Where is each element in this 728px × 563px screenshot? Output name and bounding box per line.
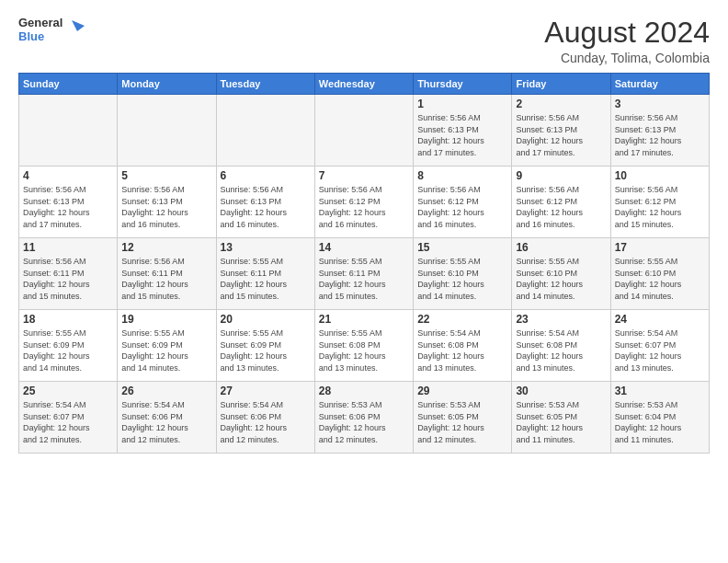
day-number: 8	[417, 169, 507, 182]
calendar-cell-w1-d1	[118, 95, 216, 167]
day-number: 14	[319, 241, 409, 254]
calendar-header-row: Sunday Monday Tuesday Wednesday Thursday…	[19, 74, 710, 95]
day-info: Sunrise: 5:56 AM Sunset: 6:13 PM Dayligh…	[516, 112, 606, 158]
calendar-cell-w1-d6: 3Sunrise: 5:56 AM Sunset: 6:13 PM Daylig…	[610, 95, 709, 167]
day-info: Sunrise: 5:56 AM Sunset: 6:11 PM Dayligh…	[23, 256, 113, 302]
day-number: 22	[417, 313, 507, 326]
calendar-cell-w2-d6: 10Sunrise: 5:56 AM Sunset: 6:12 PM Dayli…	[610, 167, 709, 238]
location-subtitle: Cunday, Tolima, Colombia	[544, 51, 710, 65]
calendar-cell-w5-d3: 28Sunrise: 5:53 AM Sunset: 6:06 PM Dayli…	[314, 382, 413, 454]
col-friday: Friday	[512, 74, 610, 95]
day-info: Sunrise: 5:55 AM Sunset: 6:10 PM Dayligh…	[417, 256, 507, 302]
day-number: 5	[121, 169, 211, 182]
day-number: 20	[221, 313, 311, 326]
calendar-cell-w2-d3: 7Sunrise: 5:56 AM Sunset: 6:12 PM Daylig…	[314, 167, 413, 238]
title-block: August 2024 Cunday, Tolima, Colombia	[544, 17, 710, 65]
day-info: Sunrise: 5:55 AM Sunset: 6:10 PM Dayligh…	[615, 256, 705, 302]
calendar-cell-w3-d0: 11Sunrise: 5:56 AM Sunset: 6:11 PM Dayli…	[19, 238, 118, 310]
day-number: 27	[221, 385, 311, 397]
calendar-cell-w1-d5: 2Sunrise: 5:56 AM Sunset: 6:13 PM Daylig…	[512, 95, 610, 167]
col-sunday: Sunday	[19, 74, 118, 95]
svg-marker-0	[72, 20, 85, 31]
calendar-table: Sunday Monday Tuesday Wednesday Thursday…	[18, 73, 710, 454]
day-number: 23	[516, 313, 606, 326]
col-monday: Monday	[118, 74, 216, 95]
month-year-title: August 2024	[544, 17, 710, 49]
day-number: 16	[516, 241, 606, 254]
calendar-cell-w5-d6: 31Sunrise: 5:53 AM Sunset: 6:04 PM Dayli…	[610, 382, 709, 454]
header: General Blue August 2024 Cunday, Tolima,…	[18, 17, 710, 65]
calendar-cell-w2-d1: 5Sunrise: 5:56 AM Sunset: 6:13 PM Daylig…	[118, 167, 216, 238]
col-saturday: Saturday	[610, 74, 709, 95]
calendar-cell-w4-d3: 21Sunrise: 5:55 AM Sunset: 6:08 PM Dayli…	[314, 310, 413, 382]
day-info: Sunrise: 5:56 AM Sunset: 6:13 PM Dayligh…	[417, 112, 507, 158]
day-number: 6	[221, 169, 311, 182]
day-info: Sunrise: 5:56 AM Sunset: 6:13 PM Dayligh…	[615, 112, 705, 158]
calendar-cell-w4-d2: 20Sunrise: 5:55 AM Sunset: 6:09 PM Dayli…	[216, 310, 314, 382]
day-number: 25	[23, 385, 113, 397]
day-info: Sunrise: 5:53 AM Sunset: 6:04 PM Dayligh…	[615, 399, 705, 445]
day-info: Sunrise: 5:55 AM Sunset: 6:10 PM Dayligh…	[516, 256, 606, 302]
week-row-4: 18Sunrise: 5:55 AM Sunset: 6:09 PM Dayli…	[19, 310, 710, 382]
calendar-cell-w5-d4: 29Sunrise: 5:53 AM Sunset: 6:05 PM Dayli…	[414, 382, 512, 454]
day-number: 29	[417, 385, 507, 397]
day-number: 4	[23, 169, 113, 182]
day-number: 9	[516, 169, 606, 182]
calendar-cell-w4-d0: 18Sunrise: 5:55 AM Sunset: 6:09 PM Dayli…	[19, 310, 118, 382]
day-info: Sunrise: 5:56 AM Sunset: 6:12 PM Dayligh…	[516, 184, 606, 230]
day-number: 18	[23, 313, 113, 326]
day-number: 1	[417, 98, 507, 110]
day-number: 10	[615, 169, 705, 182]
calendar-cell-w1-d3	[314, 95, 413, 167]
calendar-cell-w3-d2: 13Sunrise: 5:55 AM Sunset: 6:11 PM Dayli…	[216, 238, 314, 310]
day-info: Sunrise: 5:56 AM Sunset: 6:12 PM Dayligh…	[319, 184, 409, 230]
day-info: Sunrise: 5:56 AM Sunset: 6:12 PM Dayligh…	[417, 184, 507, 230]
day-number: 2	[516, 98, 606, 110]
calendar-cell-w3-d5: 16Sunrise: 5:55 AM Sunset: 6:10 PM Dayli…	[512, 238, 610, 310]
calendar-cell-w1-d0	[19, 95, 118, 167]
day-number: 13	[221, 241, 311, 254]
day-info: Sunrise: 5:54 AM Sunset: 6:07 PM Dayligh…	[615, 327, 705, 373]
logo-graphic: General Blue	[18, 17, 85, 44]
day-number: 31	[615, 385, 705, 397]
day-info: Sunrise: 5:56 AM Sunset: 6:13 PM Dayligh…	[221, 184, 311, 230]
day-number: 12	[121, 241, 211, 254]
day-number: 11	[23, 241, 113, 254]
calendar-cell-w3-d3: 14Sunrise: 5:55 AM Sunset: 6:11 PM Dayli…	[314, 238, 413, 310]
calendar-page: General Blue August 2024 Cunday, Tolima,…	[0, 0, 728, 563]
day-number: 26	[121, 385, 211, 397]
day-info: Sunrise: 5:55 AM Sunset: 6:09 PM Dayligh…	[121, 327, 211, 373]
calendar-cell-w2-d5: 9Sunrise: 5:56 AM Sunset: 6:12 PM Daylig…	[512, 167, 610, 238]
calendar-cell-w3-d6: 17Sunrise: 5:55 AM Sunset: 6:10 PM Dayli…	[610, 238, 709, 310]
day-info: Sunrise: 5:55 AM Sunset: 6:09 PM Dayligh…	[221, 327, 311, 373]
col-tuesday: Tuesday	[216, 74, 314, 95]
calendar-cell-w4-d1: 19Sunrise: 5:55 AM Sunset: 6:09 PM Dayli…	[118, 310, 216, 382]
day-info: Sunrise: 5:53 AM Sunset: 6:06 PM Dayligh…	[319, 399, 409, 445]
calendar-cell-w4-d5: 23Sunrise: 5:54 AM Sunset: 6:08 PM Dayli…	[512, 310, 610, 382]
day-info: Sunrise: 5:54 AM Sunset: 6:08 PM Dayligh…	[417, 327, 507, 373]
week-row-5: 25Sunrise: 5:54 AM Sunset: 6:07 PM Dayli…	[19, 382, 710, 454]
day-number: 17	[615, 241, 705, 254]
calendar-cell-w3-d4: 15Sunrise: 5:55 AM Sunset: 6:10 PM Dayli…	[414, 238, 512, 310]
calendar-cell-w4-d4: 22Sunrise: 5:54 AM Sunset: 6:08 PM Dayli…	[414, 310, 512, 382]
day-info: Sunrise: 5:53 AM Sunset: 6:05 PM Dayligh…	[417, 399, 507, 445]
calendar-cell-w5-d1: 26Sunrise: 5:54 AM Sunset: 6:06 PM Dayli…	[118, 382, 216, 454]
calendar-cell-w5-d0: 25Sunrise: 5:54 AM Sunset: 6:07 PM Dayli…	[19, 382, 118, 454]
day-info: Sunrise: 5:56 AM Sunset: 6:12 PM Dayligh…	[615, 184, 705, 230]
day-info: Sunrise: 5:54 AM Sunset: 6:06 PM Dayligh…	[121, 399, 211, 445]
calendar-cell-w1-d2	[216, 95, 314, 167]
week-row-1: 1Sunrise: 5:56 AM Sunset: 6:13 PM Daylig…	[19, 95, 710, 167]
day-number: 30	[516, 385, 606, 397]
logo-bird-icon	[64, 17, 85, 37]
calendar-cell-w4-d6: 24Sunrise: 5:54 AM Sunset: 6:07 PM Dayli…	[610, 310, 709, 382]
calendar-cell-w2-d2: 6Sunrise: 5:56 AM Sunset: 6:13 PM Daylig…	[216, 167, 314, 238]
day-info: Sunrise: 5:56 AM Sunset: 6:11 PM Dayligh…	[121, 256, 211, 302]
day-number: 21	[319, 313, 409, 326]
day-info: Sunrise: 5:55 AM Sunset: 6:11 PM Dayligh…	[319, 256, 409, 302]
calendar-cell-w2-d0: 4Sunrise: 5:56 AM Sunset: 6:13 PM Daylig…	[19, 167, 118, 238]
week-row-2: 4Sunrise: 5:56 AM Sunset: 6:13 PM Daylig…	[19, 167, 710, 238]
day-info: Sunrise: 5:54 AM Sunset: 6:07 PM Dayligh…	[23, 399, 113, 445]
calendar-cell-w5-d5: 30Sunrise: 5:53 AM Sunset: 6:05 PM Dayli…	[512, 382, 610, 454]
day-number: 3	[615, 98, 705, 110]
day-info: Sunrise: 5:56 AM Sunset: 6:13 PM Dayligh…	[121, 184, 211, 230]
